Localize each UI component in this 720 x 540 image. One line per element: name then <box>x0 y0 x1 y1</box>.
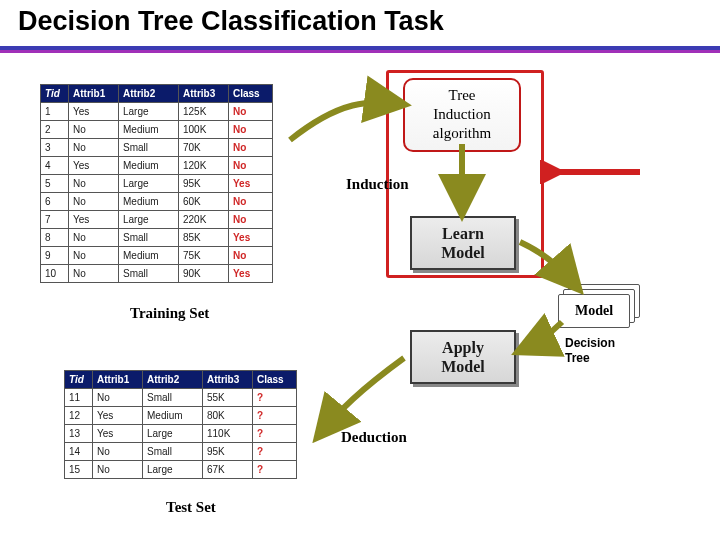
cell-a3: 85K <box>179 229 229 247</box>
cell-tid: 1 <box>41 103 69 121</box>
cell-tid: 3 <box>41 139 69 157</box>
table-row: 13YesLarge110K? <box>65 425 297 443</box>
table-row: 14NoSmall95K? <box>65 443 297 461</box>
cell-cls: No <box>229 121 273 139</box>
cell-a3: 120K <box>179 157 229 175</box>
cell-a3: 55K <box>203 389 253 407</box>
test-table: Tid Attrib1 Attrib2 Attrib3 Class 11NoSm… <box>64 370 297 479</box>
highlight-arrow-icon <box>540 160 650 184</box>
cell-a3: 80K <box>203 407 253 425</box>
title-rule-2 <box>0 50 720 53</box>
induction-label: Induction <box>346 177 409 192</box>
cell-cls: ? <box>253 461 297 479</box>
col-attrib3: Attrib3 <box>203 371 253 389</box>
cell-a3: 100K <box>179 121 229 139</box>
cell-a1: No <box>69 247 119 265</box>
table-row: 9NoMedium75KNo <box>41 247 273 265</box>
cell-a2: Medium <box>119 247 179 265</box>
cell-cls: No <box>229 247 273 265</box>
cell-a1: No <box>69 139 119 157</box>
cell-a2: Medium <box>119 121 179 139</box>
training-caption: Training Set <box>130 306 209 321</box>
table-row: 15NoLarge67K? <box>65 461 297 479</box>
dt-line1: Decision <box>565 336 615 351</box>
col-attrib2: Attrib2 <box>119 85 179 103</box>
test-caption: Test Set <box>166 500 216 515</box>
apply-model-box: Apply Model <box>410 330 516 384</box>
cell-a3: 110K <box>203 425 253 443</box>
cell-cls: No <box>229 211 273 229</box>
cell-tid: 6 <box>41 193 69 211</box>
cell-tid: 15 <box>65 461 93 479</box>
table-row: 12YesMedium80K? <box>65 407 297 425</box>
cell-a3: 95K <box>203 443 253 461</box>
cell-a2: Small <box>143 443 203 461</box>
cell-cls: ? <box>253 443 297 461</box>
cell-tid: 8 <box>41 229 69 247</box>
cell-a1: No <box>69 121 119 139</box>
cell-a2: Small <box>143 389 203 407</box>
cell-a2: Large <box>119 175 179 193</box>
cell-a2: Medium <box>119 193 179 211</box>
col-attrib3: Attrib3 <box>179 85 229 103</box>
table-row: 1YesLarge125KNo <box>41 103 273 121</box>
decision-tree-label: Decision Tree <box>565 336 615 366</box>
col-attrib1: Attrib1 <box>69 85 119 103</box>
cell-a2: Medium <box>119 157 179 175</box>
col-class: Class <box>229 85 273 103</box>
cell-a1: Yes <box>93 425 143 443</box>
cell-a3: 220K <box>179 211 229 229</box>
apply-line1: Apply <box>412 338 514 357</box>
cell-cls: No <box>229 157 273 175</box>
apply-line2: Model <box>412 357 514 376</box>
cell-a1: No <box>69 229 119 247</box>
cell-a3: 70K <box>179 139 229 157</box>
cell-a3: 125K <box>179 103 229 121</box>
cell-a3: 95K <box>179 175 229 193</box>
page-title: Decision Tree Classification Task <box>18 6 444 37</box>
table-row: 10NoSmall90KYes <box>41 265 273 283</box>
training-table: Tid Attrib1 Attrib2 Attrib3 Class 1YesLa… <box>40 84 273 283</box>
cell-cls: Yes <box>229 265 273 283</box>
model-label: Model <box>558 294 630 328</box>
cell-a2: Large <box>143 425 203 443</box>
cell-tid: 13 <box>65 425 93 443</box>
table-row: 3NoSmall70KNo <box>41 139 273 157</box>
arrow-train-to-algo <box>290 102 400 140</box>
cell-a2: Large <box>119 103 179 121</box>
cell-a1: Yes <box>69 103 119 121</box>
cell-cls: Yes <box>229 229 273 247</box>
arrow-model-to-apply <box>522 322 562 350</box>
col-attrib2: Attrib2 <box>143 371 203 389</box>
cell-a3: 67K <box>203 461 253 479</box>
cell-tid: 12 <box>65 407 93 425</box>
cell-tid: 11 <box>65 389 93 407</box>
cell-tid: 10 <box>41 265 69 283</box>
arrow-apply-to-test <box>320 358 404 434</box>
cell-a3: 90K <box>179 265 229 283</box>
table-row: 5NoLarge95KYes <box>41 175 273 193</box>
cell-cls: Yes <box>229 175 273 193</box>
cell-a2: Small <box>119 229 179 247</box>
cell-a1: No <box>93 443 143 461</box>
cell-cls: ? <box>253 389 297 407</box>
cell-a1: No <box>93 461 143 479</box>
cell-a1: No <box>69 193 119 211</box>
cell-a2: Medium <box>143 407 203 425</box>
cell-a1: No <box>69 175 119 193</box>
col-tid: Tid <box>65 371 93 389</box>
cell-a2: Large <box>143 461 203 479</box>
cell-a1: No <box>93 389 143 407</box>
table-row: 4YesMedium120KNo <box>41 157 273 175</box>
col-attrib1: Attrib1 <box>93 371 143 389</box>
cell-tid: 14 <box>65 443 93 461</box>
cell-tid: 9 <box>41 247 69 265</box>
col-tid: Tid <box>41 85 69 103</box>
cell-a1: Yes <box>69 211 119 229</box>
table-row: 7YesLarge220KNo <box>41 211 273 229</box>
cell-a1: Yes <box>69 157 119 175</box>
cell-tid: 2 <box>41 121 69 139</box>
cell-cls: No <box>229 139 273 157</box>
cell-a2: Small <box>119 265 179 283</box>
cell-tid: 5 <box>41 175 69 193</box>
